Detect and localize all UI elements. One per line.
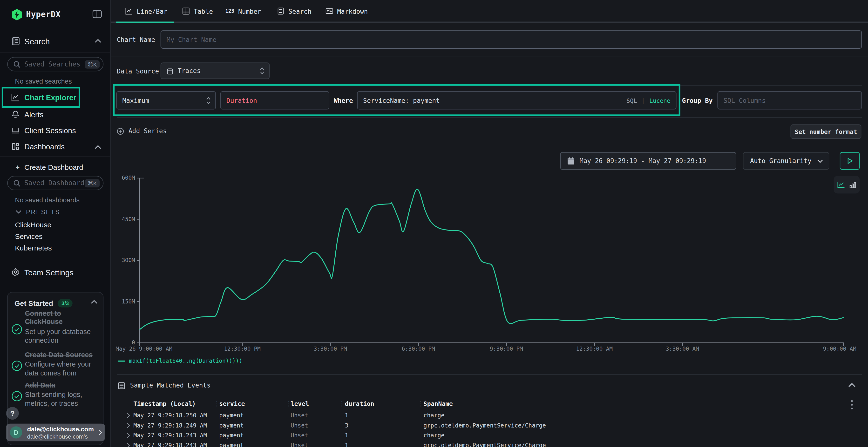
sidebar-item-client-sessions[interactable]: Client Sessions bbox=[0, 125, 110, 138]
get-started-item-subtitle: Start sending logs, metrics, or traces bbox=[25, 390, 92, 408]
cell-service: payment bbox=[219, 442, 244, 447]
no-saved-searches-text: No saved searches bbox=[15, 77, 72, 85]
cell-timestamp: May 27 9:29:18.250 AM bbox=[133, 412, 207, 419]
chart-name-placeholder: My Chart Name bbox=[166, 36, 217, 43]
user-menu[interactable]: D dale@clickhouse.com dale@clickhouse.co… bbox=[6, 424, 105, 441]
chevron-up-icon[interactable] bbox=[848, 383, 856, 388]
column-resize-handle[interactable]: ⋮ bbox=[286, 400, 292, 408]
hyperdx-logo-icon bbox=[10, 8, 23, 21]
column-resize-handle[interactable]: ⋮ bbox=[214, 400, 220, 408]
row-expand-icon[interactable] bbox=[126, 413, 131, 419]
sidebar-divider bbox=[0, 53, 110, 53]
check-circle-icon bbox=[11, 323, 23, 335]
saved-searches-input[interactable]: Saved Searches ⌘K bbox=[7, 57, 103, 71]
shortcut-badge: ⌘K bbox=[85, 60, 100, 68]
user-org: dale@clickhouse.com's bbox=[27, 433, 88, 440]
aggregation-value: Maximum bbox=[122, 97, 149, 104]
column-resize-handle[interactable]: ⋮ bbox=[417, 400, 424, 408]
group-by-label: Group By bbox=[682, 97, 713, 105]
plot-region[interactable] bbox=[140, 178, 844, 343]
chevron-up-icon[interactable] bbox=[91, 300, 98, 304]
tab-markdown[interactable]: Markdown bbox=[326, 8, 368, 23]
date-range-input[interactable]: May 26 09:29:19 - May 27 09:29:19 bbox=[560, 152, 736, 170]
col-header-spanname[interactable]: SpanName bbox=[424, 400, 453, 408]
active-tab-indicator bbox=[116, 22, 174, 23]
bar-display-button[interactable] bbox=[849, 181, 857, 188]
granularity-value: Auto Granularity bbox=[750, 157, 811, 165]
preset-clickhouse[interactable]: ClickHouse bbox=[15, 220, 51, 229]
col-header-timestamp[interactable]: Timestamp (Local) bbox=[133, 400, 196, 408]
presets-header[interactable]: PRESETS bbox=[16, 209, 60, 215]
plus-icon: + bbox=[16, 163, 20, 171]
check-circle-icon bbox=[11, 360, 23, 372]
sidebar-section-search[interactable]: Search bbox=[0, 34, 110, 49]
granularity-select[interactable]: Auto Granularity bbox=[743, 152, 829, 170]
tab-search[interactable]: Search bbox=[277, 8, 311, 23]
events-panel-header[interactable]: Sample Matched Events bbox=[118, 381, 211, 389]
field-input[interactable]: Duration bbox=[220, 91, 329, 110]
tab-label: Line/Bar bbox=[137, 8, 167, 15]
row-expand-icon[interactable] bbox=[126, 432, 131, 438]
run-query-button[interactable] bbox=[840, 152, 860, 170]
preset-services[interactable]: Services bbox=[15, 232, 42, 240]
cell-timestamp: May 27 9:29:18.249 AM bbox=[133, 422, 207, 429]
laptop-icon bbox=[11, 126, 20, 135]
sql-mode-toggle[interactable]: SQL bbox=[626, 97, 637, 104]
chart-line-svg bbox=[140, 178, 844, 343]
sidebar-collapse-icon[interactable] bbox=[92, 9, 102, 20]
search-icon bbox=[13, 179, 21, 187]
x-tick-label: 3:30:00 PM bbox=[314, 346, 347, 352]
tab-number[interactable]: 123 Number bbox=[225, 8, 261, 23]
help-button[interactable]: ? bbox=[6, 407, 19, 420]
cell-level: Unset bbox=[290, 442, 308, 447]
lucene-mode-toggle[interactable]: Lucene bbox=[649, 97, 670, 104]
logo-row: HyperDX bbox=[0, 7, 110, 24]
saved-dashboards-placeholder: Saved Dashboards bbox=[24, 179, 85, 187]
sidebar-item-create-dashboard[interactable]: + Create Dashboard bbox=[0, 161, 110, 174]
play-icon bbox=[847, 158, 853, 164]
cell-service: payment bbox=[219, 412, 244, 419]
aggregation-select[interactable]: Maximum bbox=[116, 91, 216, 110]
number-123-icon: 123 bbox=[225, 8, 234, 14]
column-resize-handle[interactable]: ⋮ bbox=[339, 400, 345, 408]
bar-chart-icon bbox=[849, 181, 857, 188]
set-number-format-button[interactable]: Set number format bbox=[790, 125, 862, 139]
series-section-border bbox=[117, 85, 862, 86]
sidebar-item-label: Alerts bbox=[24, 110, 43, 119]
preset-kubernetes[interactable]: Kubernetes bbox=[15, 244, 52, 252]
where-input[interactable]: ServiceName: payment SQL | Lucene bbox=[357, 91, 677, 110]
get-started-item-title[interactable]: Create Data Sources bbox=[25, 351, 108, 359]
dashboard-grid-icon bbox=[11, 142, 20, 151]
row-expand-icon[interactable] bbox=[126, 422, 131, 428]
col-header-level[interactable]: level bbox=[290, 400, 309, 408]
y-tick-label: 450M bbox=[113, 216, 135, 222]
shortcut-badge: ⌘K bbox=[85, 179, 100, 187]
col-header-duration[interactable]: duration bbox=[345, 400, 374, 408]
chart-name-input[interactable]: My Chart Name bbox=[161, 30, 862, 49]
get-started-item-title[interactable]: Connect to ClickHouse bbox=[25, 310, 90, 326]
sidebar-item-team-settings[interactable]: Team Settings bbox=[0, 266, 110, 279]
data-source-select[interactable]: Traces bbox=[161, 62, 270, 79]
sidebar-item-dashboards[interactable]: Dashboards bbox=[0, 140, 110, 153]
table-menu-icon[interactable] bbox=[849, 400, 855, 410]
x-tick-label: 12:30:00 PM bbox=[224, 346, 261, 352]
sidebar-item-alerts[interactable]: Alerts bbox=[0, 108, 110, 122]
row-expand-icon[interactable] bbox=[126, 442, 131, 447]
brand-title: HyperDX bbox=[26, 10, 61, 19]
tab-table[interactable]: Table bbox=[182, 8, 213, 23]
group-by-input[interactable]: SQL Columns bbox=[717, 91, 862, 110]
get-started-item-title[interactable]: Add Data bbox=[25, 381, 90, 390]
add-series-button[interactable]: Add Series bbox=[117, 127, 166, 135]
calendar-icon bbox=[567, 157, 575, 165]
line-chart-icon bbox=[11, 93, 20, 102]
user-email: dale@clickhouse.com bbox=[27, 426, 94, 433]
tab-label: Search bbox=[288, 8, 311, 15]
col-header-service[interactable]: service bbox=[219, 400, 245, 408]
search-icon bbox=[13, 61, 21, 68]
sidebar: HyperDX Search Saved Searches ⌘K No save… bbox=[0, 0, 111, 447]
sidebar-item-chart-explorer[interactable]: Chart Explorer bbox=[0, 91, 110, 105]
x-tick-label: May 26 9:00:00 AM bbox=[116, 346, 173, 352]
tab-label: Number bbox=[238, 8, 261, 15]
tab-line-bar[interactable]: Line/Bar bbox=[125, 8, 167, 23]
saved-dashboards-input[interactable]: Saved Dashboards ⌘K bbox=[7, 176, 103, 190]
